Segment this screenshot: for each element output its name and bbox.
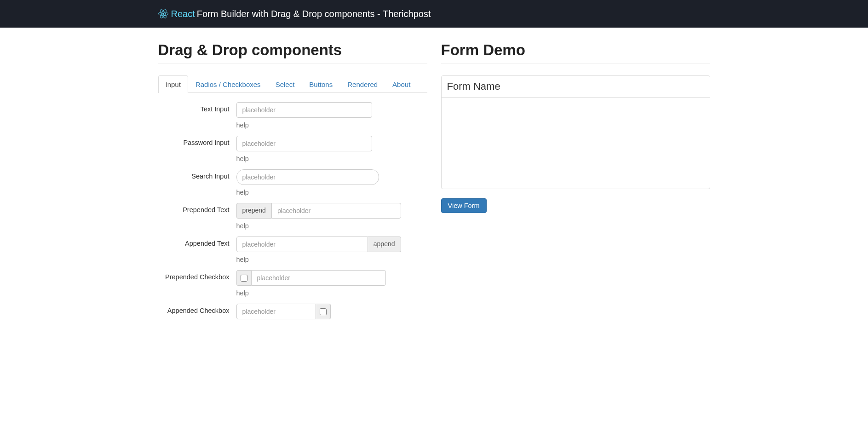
tab-radios[interactable]: Radios / Checkboxes	[188, 75, 268, 93]
view-form-button[interactable]: View Form	[441, 198, 487, 213]
prepend-addon-text: prepend	[236, 203, 271, 219]
brand-react: React	[171, 9, 195, 19]
top-navbar: React Form Builder with Drag & Drop comp…	[0, 0, 868, 28]
prepended-checkbox-field[interactable]	[251, 270, 386, 286]
appended-text-field[interactable]	[236, 236, 368, 252]
password-input-field[interactable]	[236, 136, 372, 151]
text-input-field[interactable]	[236, 102, 372, 118]
prepended-checkbox[interactable]	[241, 275, 247, 282]
component-appended-text[interactable]: Appended Text append help	[158, 236, 427, 263]
appended-checkbox[interactable]	[320, 308, 327, 315]
tab-rendered[interactable]: Rendered	[340, 75, 385, 93]
appended-checkbox-field[interactable]	[236, 304, 316, 319]
component-appended-checkbox[interactable]: Appended Checkbox	[158, 304, 427, 319]
text-input-help: help	[236, 121, 402, 129]
component-prepended-text[interactable]: Prepended Text prepend help	[158, 203, 427, 230]
components-header: Drag & Drop components	[158, 41, 427, 64]
component-tabs: Input Radios / Checkboxes Select Buttons…	[158, 75, 427, 93]
tab-buttons[interactable]: Buttons	[302, 75, 340, 93]
form-demo-header: Form Demo	[441, 41, 710, 64]
appended-text-help: help	[236, 256, 402, 263]
password-input-label: Password Input	[158, 136, 236, 146]
text-input-label: Text Input	[158, 102, 236, 113]
component-password-input[interactable]: Password Input help	[158, 136, 427, 162]
component-text-input[interactable]: Text Input help	[158, 102, 427, 129]
append-addon-checkbox	[316, 304, 331, 319]
tab-select[interactable]: Select	[268, 75, 302, 93]
appended-text-label: Appended Text	[158, 236, 236, 247]
append-addon-text: append	[368, 236, 401, 252]
prepend-addon-checkbox	[236, 270, 251, 286]
search-input-label: Search Input	[158, 169, 236, 180]
form-name-title: Form Name	[442, 76, 710, 98]
form-drop-target[interactable]: Form Name	[441, 75, 710, 189]
brand-title: Form Builder with Drag & Drop components…	[197, 9, 431, 19]
password-input-help: help	[236, 155, 402, 162]
prepended-checkbox-help: help	[236, 289, 402, 297]
prepended-text-field[interactable]	[271, 203, 401, 219]
tab-about[interactable]: About	[385, 75, 418, 93]
component-search-input[interactable]: Search Input help	[158, 169, 427, 196]
prepended-checkbox-label: Prepended Checkbox	[158, 270, 236, 281]
appended-checkbox-label: Appended Checkbox	[158, 304, 236, 314]
component-prepended-checkbox[interactable]: Prepended Checkbox help	[158, 270, 427, 297]
react-logo-icon	[158, 9, 168, 19]
search-input-help: help	[236, 189, 402, 196]
prepended-text-help: help	[236, 222, 402, 230]
search-input-field[interactable]	[236, 169, 379, 185]
prepended-text-label: Prepended Text	[158, 203, 236, 213]
draggable-components: Text Input help Password Input help Sear…	[158, 102, 427, 319]
svg-point-0	[162, 13, 164, 15]
tab-input[interactable]: Input	[158, 75, 188, 93]
